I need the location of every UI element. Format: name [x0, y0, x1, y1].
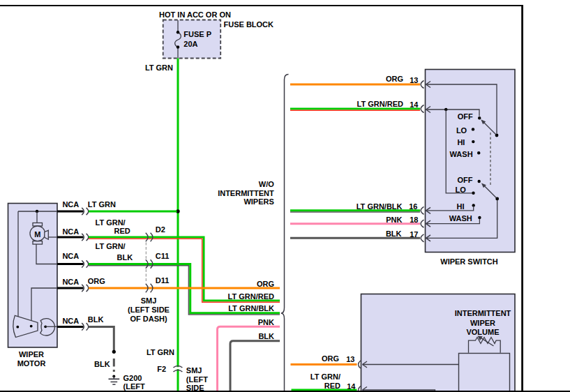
- svg-text:SMJ: SMJ: [141, 296, 157, 305]
- svg-text:17: 17: [410, 230, 418, 239]
- svg-text:OF DASH): OF DASH): [130, 315, 167, 323]
- svg-text:ORG: ORG: [386, 75, 403, 83]
- svg-text:LO: LO: [456, 186, 467, 194]
- svg-text:WASH: WASH: [449, 214, 472, 223]
- svg-text:BLK: BLK: [88, 315, 104, 324]
- svg-text:OFF: OFF: [458, 176, 473, 184]
- svg-text:FUSE P: FUSE P: [183, 30, 211, 38]
- svg-text:18: 18: [410, 216, 418, 224]
- svg-text:PNK: PNK: [386, 216, 402, 224]
- svg-text:LT GRN: LT GRN: [145, 63, 173, 72]
- svg-text:INTERMITTENT: INTERMITTENT: [455, 309, 511, 317]
- svg-text:BLK: BLK: [386, 229, 402, 238]
- svg-text:VOLUME: VOLUME: [466, 328, 499, 336]
- svg-text:(LEFT: (LEFT: [186, 375, 208, 384]
- svg-text:20A: 20A: [183, 40, 197, 48]
- svg-text:ORG: ORG: [322, 354, 339, 363]
- svg-text:LT GRN/RED: LT GRN/RED: [228, 292, 274, 301]
- svg-text:NCA: NCA: [62, 252, 79, 260]
- svg-text:WIPER: WIPER: [19, 350, 44, 359]
- svg-text:ORG: ORG: [88, 277, 105, 285]
- svg-text:LT GRN: LT GRN: [147, 348, 174, 356]
- svg-text:ORG: ORG: [257, 280, 274, 288]
- svg-text:C11: C11: [156, 252, 170, 260]
- svg-text:D11: D11: [156, 276, 170, 285]
- svg-text:LT GRN/: LT GRN/: [310, 372, 340, 381]
- svg-text:NCA: NCA: [62, 278, 79, 286]
- svg-text:INTERMITTENT: INTERMITTENT: [218, 189, 274, 197]
- svg-text:HOT IN ACC OR ON: HOT IN ACC OR ON: [159, 10, 231, 19]
- svg-text:NCA: NCA: [62, 317, 79, 325]
- svg-text:MOTOR: MOTOR: [17, 359, 46, 368]
- svg-text:WIPERS: WIPERS: [243, 197, 273, 206]
- svg-text:BLK: BLK: [94, 360, 110, 368]
- svg-text:HI: HI: [457, 202, 465, 211]
- svg-text:LT GRN: LT GRN: [88, 200, 116, 209]
- svg-text:FUSE BLOCK: FUSE BLOCK: [224, 20, 274, 29]
- svg-text:LT GRN/BLK: LT GRN/BLK: [228, 304, 274, 312]
- svg-text:RED: RED: [324, 382, 340, 390]
- svg-text:LT GRN/: LT GRN/: [96, 218, 126, 227]
- svg-text:W/O: W/O: [259, 180, 274, 188]
- svg-text:WASH: WASH: [450, 150, 473, 158]
- svg-text:BLK: BLK: [117, 253, 133, 262]
- svg-text:WIPER SWITCH: WIPER SWITCH: [440, 257, 498, 266]
- svg-text:(LEFT: (LEFT: [123, 382, 145, 391]
- svg-text:LT GRN/: LT GRN/: [96, 242, 126, 250]
- svg-text:SMJ: SMJ: [186, 366, 202, 375]
- svg-text:(LEFT SIDE: (LEFT SIDE: [128, 306, 170, 314]
- svg-text:14: 14: [347, 382, 356, 391]
- svg-text:BLK: BLK: [258, 332, 274, 340]
- svg-text:WIPER: WIPER: [470, 319, 495, 327]
- svg-text:M: M: [34, 230, 40, 239]
- svg-text:NCA: NCA: [62, 227, 79, 236]
- svg-text:16: 16: [409, 202, 417, 211]
- svg-text:OFF: OFF: [458, 112, 473, 121]
- svg-text:13: 13: [410, 76, 418, 84]
- svg-text:NCA: NCA: [62, 200, 79, 209]
- svg-text:HI: HI: [457, 138, 465, 146]
- svg-text:D2: D2: [156, 225, 165, 234]
- svg-text:G200: G200: [123, 374, 142, 382]
- svg-text:PNK: PNK: [258, 318, 274, 326]
- svg-text:RED: RED: [114, 227, 130, 235]
- svg-text:14: 14: [410, 100, 419, 109]
- svg-text:13: 13: [346, 355, 354, 363]
- svg-text:LO: LO: [456, 126, 467, 135]
- svg-text:LT GRN/BLK: LT GRN/BLK: [357, 202, 403, 211]
- svg-text:F2: F2: [157, 365, 166, 373]
- svg-text:LT GRN/RED: LT GRN/RED: [357, 100, 403, 108]
